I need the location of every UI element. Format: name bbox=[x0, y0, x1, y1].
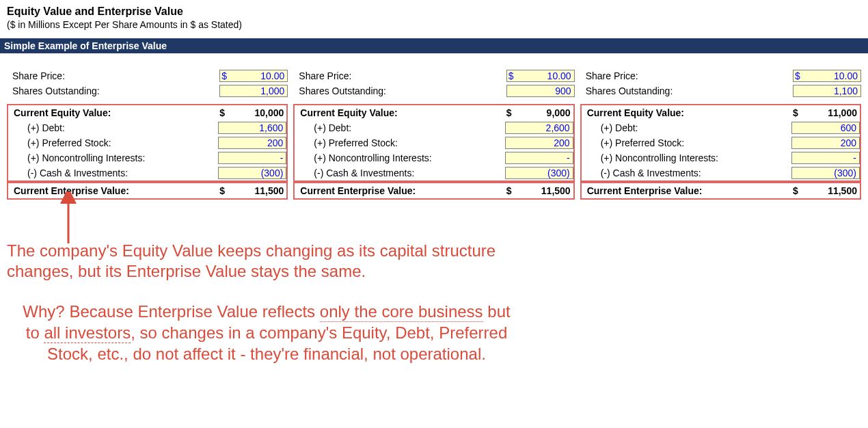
label-share-price: Share Price: bbox=[293, 70, 506, 81]
label-enterprise-value: Current Enterprise Value: bbox=[582, 185, 791, 196]
label-equity-value: Current Equity Value: bbox=[295, 107, 504, 118]
annotation-text-1: The company's Equity Value keeps changin… bbox=[7, 241, 499, 282]
currency-symbol: $ bbox=[507, 70, 518, 81]
label-preferred: (+) Preferred Stock: bbox=[582, 137, 791, 148]
cell-debt: 1,600 bbox=[218, 122, 286, 134]
value-cash: (300) bbox=[219, 168, 283, 178]
label-equity-value: Current Equity Value: bbox=[8, 107, 218, 118]
cell-nci: - bbox=[505, 152, 573, 164]
label-nci: (+) Noncontrolling Interests: bbox=[295, 152, 504, 163]
label-cash: (-) Cash & Investments: bbox=[295, 168, 504, 178]
annotation-area: The company's Equity Value keeps changin… bbox=[0, 200, 868, 372]
currency-symbol: $ bbox=[791, 185, 802, 196]
cell-share-price: $ 10.00 bbox=[793, 70, 861, 82]
value-cash: (300) bbox=[506, 168, 570, 178]
cell-enterprise-value: $ 11,500 bbox=[791, 185, 860, 196]
label-cash: (-) Cash & Investments: bbox=[582, 168, 791, 178]
label-share-price: Share Price: bbox=[7, 70, 219, 81]
cell-shares-outstanding: 1,100 bbox=[793, 85, 861, 97]
page-title: Equity Value and Enterprise Value bbox=[0, 0, 868, 18]
value-debt: 2,600 bbox=[506, 122, 570, 133]
ann2-underline-1: only the core business bbox=[320, 302, 483, 322]
calc-block: Current Equity Value: $ 11,000 (+) Debt:… bbox=[580, 104, 861, 182]
ann2-part-a: Why? Because Enterprise Value reflects bbox=[23, 302, 319, 321]
cell-share-price: $ 10.00 bbox=[506, 70, 575, 82]
cell-cash: (300) bbox=[791, 167, 860, 179]
label-preferred: (+) Preferred Stock: bbox=[8, 137, 218, 148]
value-debt: 600 bbox=[792, 122, 856, 133]
label-preferred: (+) Preferred Stock: bbox=[295, 137, 504, 148]
value-preferred: 200 bbox=[506, 137, 570, 148]
currency-symbol: $ bbox=[794, 70, 804, 81]
cell-nci: - bbox=[791, 152, 860, 164]
cell-preferred: 200 bbox=[218, 137, 286, 149]
cell-nci: - bbox=[218, 152, 286, 164]
value-shares-outstanding: 1,100 bbox=[794, 85, 858, 96]
label-nci: (+) Noncontrolling Interests: bbox=[8, 152, 218, 163]
scenario-3: Share Price: $ 10.00 Shares Outstanding:… bbox=[580, 68, 861, 200]
cell-enterprise-value: $ 11,500 bbox=[218, 185, 286, 196]
section-header: Simple Example of Enterprise Value bbox=[0, 38, 868, 53]
label-shares-outstanding: Shares Outstanding: bbox=[293, 85, 506, 96]
currency-symbol: $ bbox=[505, 185, 516, 196]
currency-symbol: $ bbox=[218, 107, 229, 118]
page-subtitle: ($ in Millions Except Per Share Amounts … bbox=[0, 18, 868, 38]
value-debt: 1,600 bbox=[219, 122, 283, 133]
cell-equity-value: $ 11,000 bbox=[791, 107, 860, 118]
value-nci: - bbox=[219, 152, 283, 163]
calc-block: Current Equity Value: $ 10,000 (+) Debt:… bbox=[7, 104, 288, 182]
currency-symbol: $ bbox=[220, 70, 231, 81]
ann2-underline-2: all investors bbox=[44, 323, 131, 343]
label-nci: (+) Noncontrolling Interests: bbox=[582, 152, 791, 163]
scenario-1: Share Price: $ 10.00 Shares Outstanding:… bbox=[7, 68, 288, 200]
label-share-price: Share Price: bbox=[580, 70, 793, 81]
value-nci: - bbox=[792, 152, 856, 163]
cell-debt: 600 bbox=[791, 122, 860, 134]
value-equity-value: 11,000 bbox=[802, 107, 857, 118]
value-equity-value: 9,000 bbox=[515, 107, 570, 118]
ev-row-box: Current Enterprise Value: $ 11,500 bbox=[580, 182, 861, 200]
value-share-price: 10.00 bbox=[517, 70, 571, 81]
label-debt: (+) Debt: bbox=[295, 122, 504, 133]
label-shares-outstanding: Shares Outstanding: bbox=[7, 85, 219, 96]
cell-preferred: 200 bbox=[505, 137, 573, 149]
value-preferred: 200 bbox=[792, 137, 856, 148]
cell-preferred: 200 bbox=[791, 137, 860, 149]
currency-symbol: $ bbox=[791, 107, 802, 118]
cell-shares-outstanding: 900 bbox=[506, 85, 575, 97]
value-share-price: 10.00 bbox=[804, 70, 858, 81]
value-enterprise-value: 11,500 bbox=[802, 185, 857, 196]
cell-share-price: $ 10.00 bbox=[219, 70, 288, 82]
value-shares-outstanding: 900 bbox=[507, 85, 571, 96]
cell-equity-value: $ 9,000 bbox=[505, 107, 573, 118]
value-share-price: 10.00 bbox=[231, 70, 284, 81]
label-equity-value: Current Equity Value: bbox=[582, 107, 791, 118]
arrow-icon bbox=[55, 191, 82, 246]
value-nci: - bbox=[506, 152, 570, 163]
cell-debt: 2,600 bbox=[505, 122, 573, 134]
cell-cash: (300) bbox=[218, 167, 286, 179]
annotation-text-2: Why? Because Enterprise Value reflects o… bbox=[21, 301, 513, 365]
value-enterprise-value: 11,500 bbox=[515, 185, 570, 196]
label-debt: (+) Debt: bbox=[8, 122, 218, 133]
calc-block: Current Equity Value: $ 9,000 (+) Debt: … bbox=[293, 104, 574, 182]
ev-row-box: Current Enterprise Value: $ 11,500 bbox=[7, 182, 288, 200]
currency-symbol: $ bbox=[505, 107, 516, 118]
label-shares-outstanding: Shares Outstanding: bbox=[580, 85, 793, 96]
label-debt: (+) Debt: bbox=[582, 122, 791, 133]
cell-enterprise-value: $ 11,500 bbox=[505, 185, 573, 196]
scenario-columns: Share Price: $ 10.00 Shares Outstanding:… bbox=[0, 53, 868, 200]
currency-symbol: $ bbox=[218, 185, 229, 196]
value-cash: (300) bbox=[792, 168, 856, 178]
value-preferred: 200 bbox=[219, 137, 283, 148]
cell-shares-outstanding: 1,000 bbox=[219, 85, 288, 97]
value-shares-outstanding: 1,000 bbox=[220, 85, 284, 96]
label-cash: (-) Cash & Investments: bbox=[8, 168, 218, 178]
cell-equity-value: $ 10,000 bbox=[218, 107, 286, 118]
scenario-2: Share Price: $ 10.00 Shares Outstanding:… bbox=[293, 68, 574, 200]
value-enterprise-value: 11,500 bbox=[229, 185, 284, 196]
ev-row-box: Current Enterprise Value: $ 11,500 bbox=[293, 182, 574, 200]
value-equity-value: 10,000 bbox=[229, 107, 284, 118]
cell-cash: (300) bbox=[505, 167, 573, 179]
label-enterprise-value: Current Enterprise Value: bbox=[295, 185, 504, 196]
